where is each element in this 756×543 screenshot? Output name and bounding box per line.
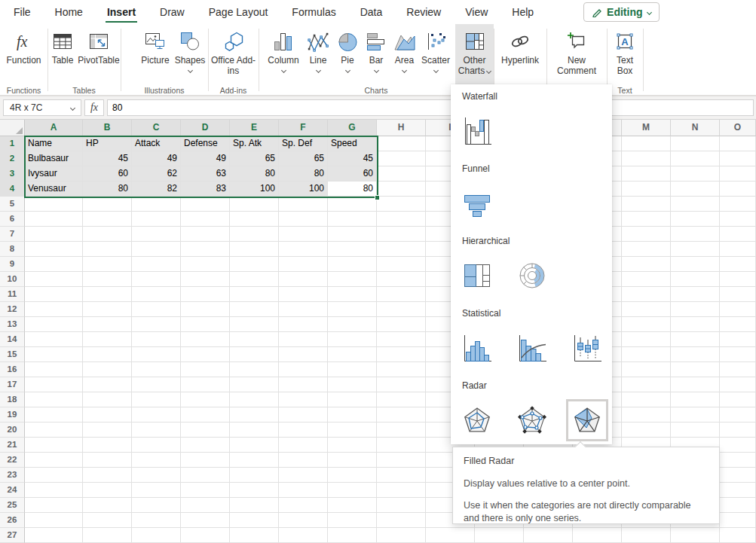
tab-view[interactable]: View [464,2,489,23]
cell-D15[interactable] [181,347,230,362]
cell-E2[interactable]: 65 [230,151,279,166]
cell-M13[interactable] [622,317,671,332]
cell-N1[interactable] [671,136,720,151]
row-header-22[interactable]: 22 [0,453,25,468]
cell-G25[interactable] [328,498,377,513]
cell-B11[interactable] [83,287,132,302]
cell-E11[interactable] [230,287,279,302]
cell-O8[interactable] [720,242,756,257]
cell-O16[interactable] [720,362,756,377]
cell-C27[interactable] [132,528,181,543]
cell-A1[interactable]: Name [25,136,83,151]
cell-B20[interactable] [83,423,132,438]
cell-M3[interactable] [622,166,671,182]
column-header-G[interactable]: G [328,120,377,136]
cell-C1[interactable]: Attack [132,136,181,151]
cell-B5[interactable] [83,197,132,212]
cell-M18[interactable] [622,392,671,407]
cell-N13[interactable] [671,317,720,332]
cell-B26[interactable] [83,513,132,528]
cell-F5[interactable] [279,197,328,212]
cell-E16[interactable] [230,362,279,377]
cell-N16[interactable] [671,362,720,377]
cell-E8[interactable] [230,242,279,257]
cell-C5[interactable] [132,197,181,212]
cell-B24[interactable] [83,483,132,498]
cell-L27[interactable] [573,528,622,543]
cell-G21[interactable] [328,438,377,453]
cell-F9[interactable] [279,257,328,272]
cell-H22[interactable] [377,453,426,468]
cell-D10[interactable] [181,272,230,287]
cell-D7[interactable] [181,227,230,242]
cell-N19[interactable] [671,407,720,423]
cell-D18[interactable] [181,392,230,407]
cell-F6[interactable] [279,212,328,227]
cell-E12[interactable] [230,302,279,317]
cell-D22[interactable] [181,453,230,468]
cell-F2[interactable]: 65 [279,151,328,166]
cell-F4[interactable]: 100 [279,182,328,197]
cell-O23[interactable] [720,468,756,483]
cell-D20[interactable] [181,423,230,438]
cell-G24[interactable] [328,483,377,498]
cell-G9[interactable] [328,257,377,272]
cell-O14[interactable] [720,332,756,347]
cell-E24[interactable] [230,483,279,498]
cell-E18[interactable] [230,392,279,407]
cell-C2[interactable]: 49 [132,151,181,166]
cell-H25[interactable] [377,498,426,513]
cell-M5[interactable] [622,197,671,212]
cell-A14[interactable] [25,332,83,347]
tab-review[interactable]: Review [405,2,442,23]
cell-M12[interactable] [622,302,671,317]
cell-J27[interactable] [475,528,524,543]
cell-A10[interactable] [25,272,83,287]
cell-E6[interactable] [230,212,279,227]
cell-N18[interactable] [671,392,720,407]
cell-A5[interactable] [25,197,83,212]
row-header-12[interactable]: 12 [0,302,25,317]
cell-F10[interactable] [279,272,328,287]
cell-B23[interactable] [83,468,132,483]
cell-E14[interactable] [230,332,279,347]
cell-G5[interactable] [328,197,377,212]
cell-H7[interactable] [377,227,426,242]
cell-D21[interactable] [181,438,230,453]
cell-F22[interactable] [279,453,328,468]
cell-K27[interactable] [524,528,573,543]
cell-A4[interactable]: Venusaur [25,182,83,197]
tab-formulas[interactable]: Formulas [290,2,337,23]
row-header-3[interactable]: 3 [0,166,25,182]
cell-C3[interactable]: 62 [132,166,181,182]
cell-B16[interactable] [83,362,132,377]
hyperlink-button[interactable]: Hyperlink [496,24,544,84]
cell-M1[interactable] [622,136,671,151]
function-button[interactable]: fx Function [5,24,44,84]
cell-B6[interactable] [83,212,132,227]
cell-N11[interactable] [671,287,720,302]
text-box-button[interactable]: A Text Box [608,24,641,84]
line-chart-button[interactable]: Line [305,24,331,84]
column-header-B[interactable]: B [83,120,132,136]
cell-H6[interactable] [377,212,426,227]
row-header-18[interactable]: 18 [0,392,25,407]
cell-H3[interactable] [377,166,426,182]
cell-G17[interactable] [328,377,377,392]
select-all-corner[interactable] [0,120,25,136]
cell-A8[interactable] [25,242,83,257]
cell-E26[interactable] [230,513,279,528]
cell-E4[interactable]: 100 [230,182,279,197]
shapes-button[interactable]: Shapes [173,24,207,84]
column-header-H[interactable]: H [377,120,426,136]
cell-H18[interactable] [377,392,426,407]
cell-B21[interactable] [83,438,132,453]
cell-G18[interactable] [328,392,377,407]
row-header-1[interactable]: 1 [0,136,25,151]
cell-B14[interactable] [83,332,132,347]
cell-O1[interactable] [720,136,756,151]
cell-M4[interactable] [622,182,671,197]
cell-O13[interactable] [720,317,756,332]
cell-D4[interactable]: 83 [181,182,230,197]
row-header-19[interactable]: 19 [0,407,25,423]
